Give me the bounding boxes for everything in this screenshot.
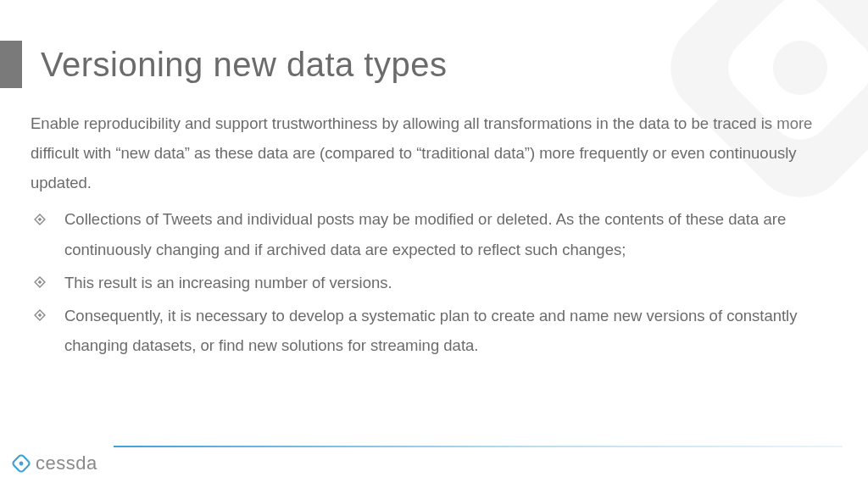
list-item: This result is an increasing number of v… [31,268,837,297]
list-item: Consequently, it is necessary to develop… [31,301,837,360]
bullet-list: Collections of Tweets and individual pos… [31,204,837,360]
slide-footer: cessda [12,446,843,474]
svg-rect-8 [38,313,42,318]
brand-name: cessda [36,452,97,474]
list-item-text: This result is an increasing number of v… [64,274,392,291]
svg-point-10 [19,461,25,467]
slide-body: Enable reproducibility and support trust… [0,88,868,360]
title-accent-bar [0,41,22,88]
diamond-bullet-icon [34,214,46,225]
intro-paragraph: Enable reproducibility and support trust… [31,108,837,197]
slide-title: Versioning new data types [41,46,447,84]
diamond-bullet-icon [34,309,46,321]
brand-mark-icon [12,454,31,473]
brand-logo: cessda [12,452,843,474]
title-row: Versioning new data types [0,41,868,88]
svg-rect-4 [38,217,42,221]
svg-rect-6 [38,280,42,285]
footer-divider [114,446,843,447]
diamond-bullet-icon [34,276,46,288]
list-item-text: Consequently, it is necessary to develop… [64,307,797,354]
list-item-text: Collections of Tweets and individual pos… [64,210,786,258]
list-item: Collections of Tweets and individual pos… [31,204,837,263]
